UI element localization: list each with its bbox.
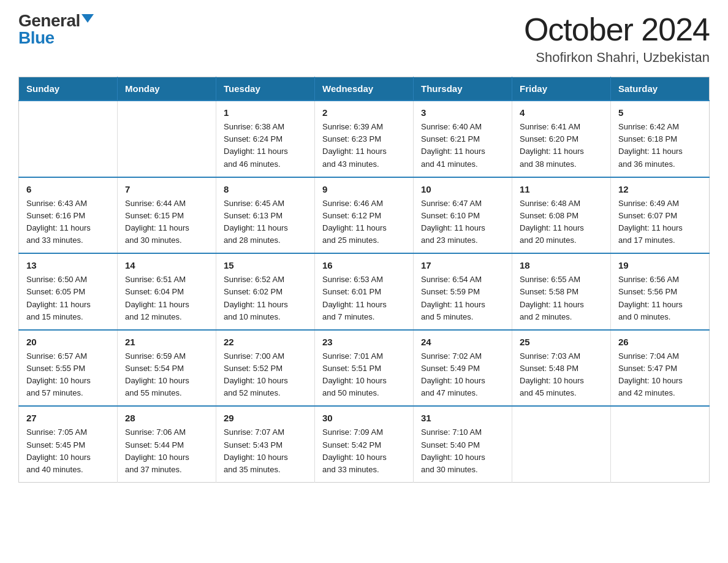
calendar-cell: 1Sunrise: 6:38 AMSunset: 6:24 PMDaylight…: [216, 101, 315, 177]
calendar-cell: 26Sunrise: 7:04 AMSunset: 5:47 PMDayligh…: [611, 330, 710, 407]
day-info: Sunrise: 6:40 AMSunset: 6:21 PMDaylight:…: [421, 121, 504, 170]
day-number: 10: [421, 184, 504, 194]
day-number: 25: [520, 337, 603, 347]
day-info: Sunrise: 7:02 AMSunset: 5:49 PMDaylight:…: [421, 350, 504, 400]
day-number: 24: [421, 337, 504, 347]
calendar-subtitle: Shofirkon Shahri, Uzbekistan: [524, 50, 710, 66]
calendar-cell: 25Sunrise: 7:03 AMSunset: 5:48 PMDayligh…: [512, 330, 611, 407]
calendar-cell: [611, 406, 710, 482]
calendar-cell: 15Sunrise: 6:52 AMSunset: 6:02 PMDayligh…: [216, 253, 315, 330]
calendar-cell: 14Sunrise: 6:51 AMSunset: 6:04 PMDayligh…: [118, 253, 216, 330]
calendar-cell: 9Sunrise: 6:46 AMSunset: 6:12 PMDaylight…: [315, 177, 414, 254]
calendar-title: October 2024: [524, 12, 710, 47]
day-info: Sunrise: 6:45 AMSunset: 6:13 PMDaylight:…: [224, 197, 307, 247]
calendar-cell: [19, 101, 118, 177]
header-day-saturday: Saturday: [611, 77, 710, 101]
calendar-cell: 4Sunrise: 6:41 AMSunset: 6:20 PMDaylight…: [512, 101, 611, 177]
calendar-cell: 2Sunrise: 6:39 AMSunset: 6:23 PMDaylight…: [315, 101, 414, 177]
day-info: Sunrise: 6:59 AMSunset: 5:54 PMDaylight:…: [125, 350, 208, 400]
header-day-tuesday: Tuesday: [216, 77, 315, 101]
calendar-cell: 20Sunrise: 6:57 AMSunset: 5:55 PMDayligh…: [19, 330, 118, 407]
calendar-week-5: 27Sunrise: 7:05 AMSunset: 5:45 PMDayligh…: [19, 406, 710, 482]
calendar-cell: 29Sunrise: 7:07 AMSunset: 5:43 PMDayligh…: [216, 406, 315, 482]
calendar-cell: 5Sunrise: 6:42 AMSunset: 6:18 PMDaylight…: [611, 101, 710, 177]
day-number: 6: [26, 184, 110, 194]
day-number: 26: [618, 337, 702, 347]
day-number: 9: [322, 184, 406, 194]
day-info: Sunrise: 7:05 AMSunset: 5:45 PMDaylight:…: [26, 426, 110, 476]
day-number: 3: [421, 107, 504, 118]
day-number: 16: [322, 260, 406, 270]
calendar-cell: 11Sunrise: 6:48 AMSunset: 6:08 PMDayligh…: [512, 177, 611, 254]
day-number: 30: [322, 413, 406, 423]
calendar-cell: 27Sunrise: 7:05 AMSunset: 5:45 PMDayligh…: [19, 406, 118, 482]
day-number: 14: [125, 260, 208, 270]
day-number: 20: [26, 337, 110, 347]
day-number: 19: [618, 260, 702, 270]
day-number: 28: [125, 413, 208, 423]
calendar-cell: 24Sunrise: 7:02 AMSunset: 5:49 PMDayligh…: [414, 330, 512, 407]
day-number: 23: [322, 337, 406, 347]
day-number: 2: [322, 107, 406, 118]
day-info: Sunrise: 6:49 AMSunset: 6:07 PMDaylight:…: [618, 197, 702, 247]
day-info: Sunrise: 6:51 AMSunset: 6:04 PMDaylight:…: [125, 274, 208, 323]
page-header: General Blue October 2024 Shofirkon Shah…: [18, 12, 710, 66]
calendar-header-row: SundayMondayTuesdayWednesdayThursdayFrid…: [19, 77, 710, 101]
day-info: Sunrise: 6:38 AMSunset: 6:24 PMDaylight:…: [224, 121, 307, 170]
header-day-friday: Friday: [512, 77, 611, 101]
day-info: Sunrise: 7:07 AMSunset: 5:43 PMDaylight:…: [224, 426, 307, 476]
calendar-week-1: 1Sunrise: 6:38 AMSunset: 6:24 PMDaylight…: [19, 101, 710, 177]
day-number: 15: [224, 260, 307, 270]
day-info: Sunrise: 7:06 AMSunset: 5:44 PMDaylight:…: [125, 426, 208, 476]
day-number: 4: [520, 107, 603, 118]
logo-triangle-icon: [82, 14, 94, 23]
day-info: Sunrise: 6:47 AMSunset: 6:10 PMDaylight:…: [421, 197, 504, 247]
day-number: 22: [224, 337, 307, 347]
header-day-wednesday: Wednesday: [315, 77, 414, 101]
calendar-cell: 16Sunrise: 6:53 AMSunset: 6:01 PMDayligh…: [315, 253, 414, 330]
day-info: Sunrise: 7:01 AMSunset: 5:51 PMDaylight:…: [322, 350, 406, 400]
day-info: Sunrise: 7:00 AMSunset: 5:52 PMDaylight:…: [224, 350, 307, 400]
day-info: Sunrise: 6:41 AMSunset: 6:20 PMDaylight:…: [520, 121, 603, 170]
title-block: October 2024 Shofirkon Shahri, Uzbekista…: [524, 12, 710, 66]
calendar-week-4: 20Sunrise: 6:57 AMSunset: 5:55 PMDayligh…: [19, 330, 710, 407]
day-number: 17: [421, 260, 504, 270]
calendar-cell: 13Sunrise: 6:50 AMSunset: 6:05 PMDayligh…: [19, 253, 118, 330]
day-number: 11: [520, 184, 603, 194]
header-day-thursday: Thursday: [414, 77, 512, 101]
day-number: 1: [224, 107, 307, 118]
logo-blue-text: Blue: [18, 28, 55, 47]
calendar-cell: 30Sunrise: 7:09 AMSunset: 5:42 PMDayligh…: [315, 406, 414, 482]
calendar-cell: 31Sunrise: 7:10 AMSunset: 5:40 PMDayligh…: [414, 406, 512, 482]
day-info: Sunrise: 7:03 AMSunset: 5:48 PMDaylight:…: [520, 350, 603, 400]
calendar-week-3: 13Sunrise: 6:50 AMSunset: 6:05 PMDayligh…: [19, 253, 710, 330]
day-info: Sunrise: 6:44 AMSunset: 6:15 PMDaylight:…: [125, 197, 208, 247]
day-number: 29: [224, 413, 307, 423]
calendar-cell: 23Sunrise: 7:01 AMSunset: 5:51 PMDayligh…: [315, 330, 414, 407]
calendar-cell: 28Sunrise: 7:06 AMSunset: 5:44 PMDayligh…: [118, 406, 216, 482]
calendar-cell: 18Sunrise: 6:55 AMSunset: 5:58 PMDayligh…: [512, 253, 611, 330]
day-number: 7: [125, 184, 208, 194]
day-number: 21: [125, 337, 208, 347]
calendar-cell: 22Sunrise: 7:00 AMSunset: 5:52 PMDayligh…: [216, 330, 315, 407]
day-info: Sunrise: 6:50 AMSunset: 6:05 PMDaylight:…: [26, 274, 110, 323]
calendar-cell: 17Sunrise: 6:54 AMSunset: 5:59 PMDayligh…: [414, 253, 512, 330]
calendar-week-2: 6Sunrise: 6:43 AMSunset: 6:16 PMDaylight…: [19, 177, 710, 254]
calendar-cell: 8Sunrise: 6:45 AMSunset: 6:13 PMDaylight…: [216, 177, 315, 254]
day-info: Sunrise: 7:09 AMSunset: 5:42 PMDaylight:…: [322, 426, 406, 476]
calendar-cell: [118, 101, 216, 177]
logo-general-text: General: [18, 12, 80, 29]
calendar-cell: [512, 406, 611, 482]
header-day-sunday: Sunday: [19, 77, 118, 101]
calendar-table: SundayMondayTuesdayWednesdayThursdayFrid…: [18, 77, 710, 483]
day-info: Sunrise: 7:04 AMSunset: 5:47 PMDaylight:…: [618, 350, 702, 400]
day-number: 27: [26, 413, 110, 423]
day-info: Sunrise: 6:55 AMSunset: 5:58 PMDaylight:…: [520, 274, 603, 323]
calendar-cell: 21Sunrise: 6:59 AMSunset: 5:54 PMDayligh…: [118, 330, 216, 407]
day-info: Sunrise: 6:42 AMSunset: 6:18 PMDaylight:…: [618, 121, 702, 170]
calendar-cell: 12Sunrise: 6:49 AMSunset: 6:07 PMDayligh…: [611, 177, 710, 254]
day-info: Sunrise: 6:46 AMSunset: 6:12 PMDaylight:…: [322, 197, 406, 247]
day-info: Sunrise: 6:56 AMSunset: 5:56 PMDaylight:…: [618, 274, 702, 323]
day-number: 13: [26, 260, 110, 270]
day-info: Sunrise: 6:52 AMSunset: 6:02 PMDaylight:…: [224, 274, 307, 323]
